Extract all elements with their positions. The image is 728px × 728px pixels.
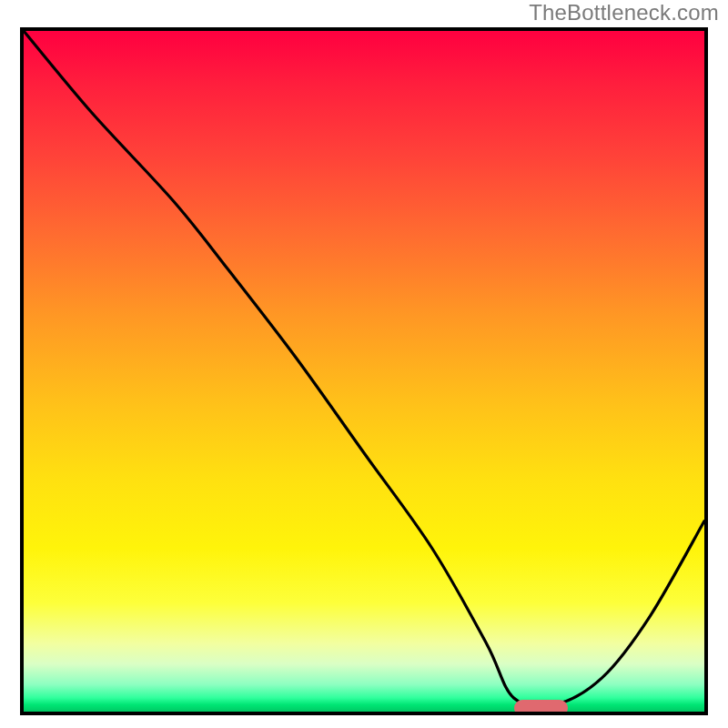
optimal-range-marker [514,700,569,716]
bottleneck-curve [24,31,704,712]
watermark-text: TheBottleneck.com [529,0,719,25]
curve-path [24,31,704,707]
plot-area [20,27,708,715]
chart-stage: TheBottleneck.com [0,0,728,728]
